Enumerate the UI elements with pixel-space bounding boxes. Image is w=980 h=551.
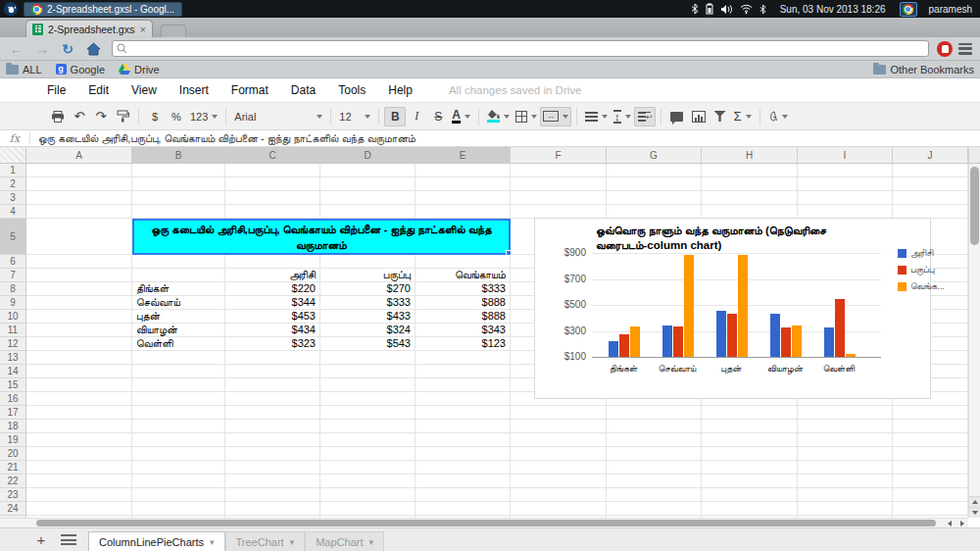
cell-C17[interactable] [225, 406, 320, 420]
cell-C12[interactable]: $323 [225, 337, 320, 351]
cell-B13[interactable] [132, 351, 225, 365]
cell-E20[interactable] [416, 447, 511, 461]
cell-D1[interactable] [320, 164, 416, 177]
cell-E12[interactable]: $123 [416, 337, 511, 351]
cell-J3[interactable] [893, 191, 968, 205]
cell-C13[interactable] [225, 351, 320, 365]
cell-D8[interactable]: $270 [320, 282, 416, 296]
formula-bar-value[interactable]: ஒரு கடையில் அரிசி,பருப்பு, வெங்காயம் விற… [38, 132, 416, 145]
menu-format[interactable]: Format [231, 83, 269, 97]
cell-E21[interactable] [416, 461, 511, 475]
row-header-8[interactable]: 8 [0, 282, 26, 296]
col-header-I[interactable]: I [798, 147, 893, 164]
horizontal-scrollbar-thumb[interactable] [36, 520, 936, 526]
cell-C18[interactable] [225, 420, 320, 433]
cell-E2[interactable] [416, 177, 511, 191]
cell-E7[interactable]: வெங்காயம் [416, 269, 511, 282]
cell-A8[interactable] [26, 282, 132, 296]
cell-J24[interactable] [893, 502, 968, 516]
cell-G24[interactable] [607, 502, 702, 516]
cell-A23[interactable] [26, 488, 132, 502]
row-header-10[interactable]: 10 [0, 310, 26, 324]
cell-J1[interactable] [893, 164, 968, 177]
cell-H18[interactable] [702, 420, 798, 433]
cell-I19[interactable] [798, 433, 893, 447]
cell-J19[interactable] [893, 433, 968, 447]
close-tab-icon[interactable]: × [140, 24, 146, 35]
cell-D7[interactable]: பருப்பு [320, 269, 416, 282]
cell-G17[interactable] [607, 406, 702, 420]
cell-E9[interactable]: $888 [416, 296, 511, 310]
browser-tab[interactable]: 2-Spreadsheet.gxsl × [25, 20, 153, 37]
scroll-left-button[interactable] [943, 519, 956, 527]
cell-D24[interactable] [320, 502, 416, 516]
cell-J23[interactable] [893, 488, 968, 502]
cell-H1[interactable] [702, 164, 798, 177]
row-header-17[interactable]: 17 [0, 406, 26, 420]
cell-I21[interactable] [798, 461, 893, 475]
cell-B20[interactable] [132, 447, 225, 461]
horizontal-align-button[interactable] [582, 107, 611, 126]
sheet-tab-MapChart[interactable]: MapChart▾ [305, 531, 384, 551]
cell-C6[interactable] [225, 255, 320, 269]
all-sheets-icon[interactable] [61, 534, 76, 545]
cell-E13[interactable] [416, 351, 511, 365]
bookmark-google[interactable]: gGoogle [56, 64, 105, 75]
cell-H23[interactable] [702, 488, 798, 502]
embedded-chart[interactable]: ஒவ்வொரு நாளும் வந்த வருமானம் (நெடுவரிசை … [534, 218, 931, 399]
cell-B16[interactable] [132, 392, 225, 406]
cell-E6[interactable] [416, 255, 511, 269]
row-header-20[interactable]: 20 [0, 447, 26, 461]
row-header-6[interactable]: 6 [0, 255, 26, 269]
panel-clock[interactable]: Sun, 03 Nov 2013 18:26 [780, 4, 886, 15]
cell-A7[interactable] [26, 269, 132, 282]
cell-I18[interactable] [798, 420, 893, 433]
cell-B21[interactable] [132, 461, 225, 475]
format-percent-button[interactable]: % [166, 107, 187, 126]
cell-A17[interactable] [26, 406, 132, 420]
home-button[interactable] [82, 40, 104, 58]
cell-E1[interactable] [416, 164, 511, 177]
row-header-2[interactable]: 2 [0, 177, 26, 191]
cell-C19[interactable] [225, 433, 320, 447]
cell-E15[interactable] [416, 378, 511, 392]
browser-menu-icon[interactable] [956, 42, 974, 56]
cell-B14[interactable] [132, 365, 225, 378]
bluetooth-small-icon[interactable] [760, 4, 766, 15]
cell-E19[interactable] [416, 433, 511, 447]
cell-A16[interactable] [26, 392, 132, 406]
print-button[interactable] [47, 107, 69, 126]
italic-button[interactable]: I [406, 107, 427, 126]
menu-tools[interactable]: Tools [338, 83, 366, 97]
formula-bar[interactable]: fx ஒரு கடையில் அரிசி,பருப்பு, வெங்காயம் … [0, 130, 980, 147]
cell-H20[interactable] [702, 447, 798, 461]
col-header-J[interactable]: J [893, 147, 968, 164]
menu-help[interactable]: Help [388, 83, 413, 97]
cell-E17[interactable] [416, 406, 511, 420]
cell-D16[interactable] [320, 392, 416, 406]
cell-H22[interactable] [702, 475, 798, 488]
cell-C20[interactable] [225, 447, 320, 461]
cell-A18[interactable] [26, 420, 132, 433]
cell-A14[interactable] [26, 365, 132, 378]
col-header-B[interactable]: B [132, 147, 225, 164]
reload-button[interactable]: ↻ [57, 40, 78, 58]
cell-D4[interactable] [320, 205, 416, 219]
wifi-icon[interactable] [740, 4, 753, 14]
cell-D23[interactable] [320, 488, 416, 502]
font-size-select[interactable]: 12 [336, 107, 373, 126]
row-header-5[interactable]: 5 [0, 219, 26, 255]
cell-A12[interactable] [26, 337, 132, 351]
col-header-C[interactable]: C [225, 147, 320, 164]
cell-I20[interactable] [798, 447, 893, 461]
row-header-13[interactable]: 13 [0, 351, 26, 365]
selection-fill-handle[interactable] [506, 250, 512, 256]
cell-G2[interactable] [607, 177, 702, 191]
cell-I2[interactable] [798, 177, 893, 191]
cell-D3[interactable] [320, 191, 416, 205]
cell-D18[interactable] [320, 420, 416, 433]
cell-B3[interactable] [132, 191, 225, 205]
cell-C4[interactable] [225, 205, 320, 219]
cell-E4[interactable] [416, 205, 511, 219]
cell-F4[interactable] [511, 205, 607, 219]
